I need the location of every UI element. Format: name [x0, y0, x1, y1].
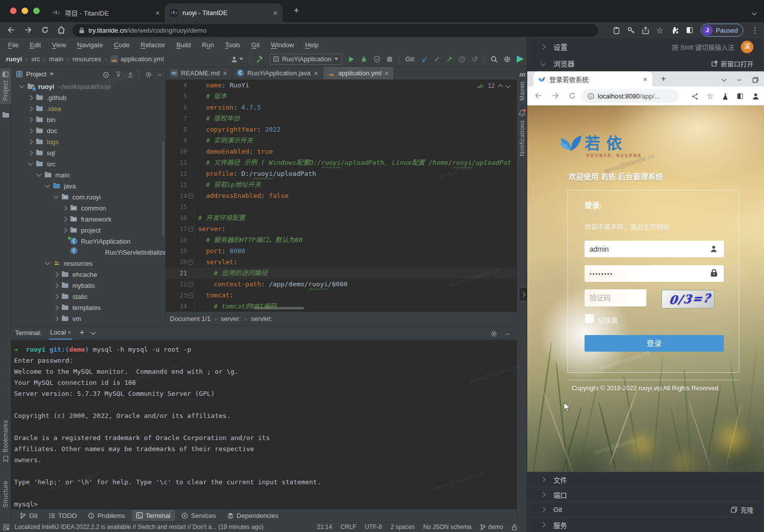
fold-marker[interactable]: − [188, 293, 193, 298]
code-line-24[interactable]: 24 # tomcat的URI编码 [166, 301, 517, 311]
tree-item-vm[interactable]: vm [11, 313, 166, 324]
titan-run-icon[interactable] [517, 56, 524, 63]
menu-window[interactable]: Window [265, 40, 300, 50]
debug-bug-icon[interactable] [360, 56, 367, 63]
maven-strip-label[interactable]: Maven [519, 81, 526, 101]
tree-expand-icon[interactable] [59, 218, 70, 221]
status-21-14[interactable]: 21:14 [317, 523, 332, 530]
tree-expand-icon[interactable] [25, 118, 36, 122]
toolwindow-dependencies[interactable]: Dependencies [223, 510, 283, 521]
close-tab-icon[interactable] [643, 75, 647, 83]
reload-icon[interactable] [41, 26, 49, 34]
emb-sidebar-icon[interactable] [737, 93, 743, 99]
code-line-12[interactable]: 12 profile: D:/ruoyi/uploadPath [166, 168, 517, 179]
tree-item-src[interactable]: src [11, 158, 166, 169]
toolwindow-problems[interactable]: Problems [83, 510, 130, 521]
code-line-13[interactable]: 13 # 获取ip地址开关 [166, 179, 517, 190]
panel-expander[interactable] [519, 287, 527, 301]
unlock-icon[interactable] [512, 524, 518, 530]
browser-tab-1[interactable]: ‹t›项目 - TitanIDE [47, 4, 165, 22]
tree-expand-icon[interactable] [25, 107, 36, 111]
breadcrumb-item-main[interactable]: main [49, 55, 63, 63]
project-panel-title[interactable]: Project [26, 70, 46, 78]
collapse-all-icon[interactable] [127, 71, 134, 78]
menu-navigate[interactable]: Navigate [71, 40, 108, 50]
menu-edit[interactable]: Edit [24, 40, 46, 50]
code-line-15[interactable]: 15 [166, 201, 517, 212]
code-line-5[interactable]: 5 # 版本 [166, 91, 517, 102]
settings-gear-icon[interactable] [504, 56, 511, 63]
tool-strip-project[interactable]: Project [0, 68, 11, 104]
tree-expand-icon[interactable] [50, 273, 61, 276]
locate-file-icon[interactable] [103, 71, 110, 78]
status-git-branch[interactable]: demo [480, 523, 503, 530]
tree-expand-icon[interactable] [50, 295, 61, 298]
emb-share-icon[interactable] [692, 93, 698, 100]
toolwindow-terminal[interactable]: Terminal [132, 510, 175, 521]
back-icon[interactable] [7, 26, 15, 34]
tree-expand-icon[interactable] [25, 129, 36, 133]
emb-flask-icon[interactable] [722, 93, 728, 100]
terminal-tab-local[interactable]: Local [49, 326, 73, 340]
maximize-window-button[interactable] [33, 8, 40, 14]
search-everywhere-icon[interactable] [491, 56, 498, 63]
emb-url-bar[interactable]: localhost:8080/app/... [582, 89, 679, 103]
clone-button[interactable]: 克隆 [731, 505, 753, 514]
git-update-icon[interactable]: ↙ [422, 55, 428, 63]
tree-item-main[interactable]: main [11, 169, 166, 180]
browser-tab-2[interactable]: ‹t›ruoyi - TitanIDE [165, 4, 282, 22]
tree-item-mybatis[interactable]: mybatis [11, 280, 166, 291]
panel-row-服务[interactable]: 服务 [527, 517, 764, 532]
open-new-window-button[interactable]: 新窗口打开 [711, 59, 753, 68]
code-line-8[interactable]: 8 copyrightYear: 2022 [166, 124, 517, 135]
menu-tools[interactable]: Tools [220, 40, 246, 50]
close-editor-tab-icon[interactable] [223, 69, 227, 77]
tree-item-templates[interactable]: templates [11, 302, 166, 313]
menu-run[interactable]: Run [197, 40, 220, 50]
panel-settings-gear-icon[interactable] [145, 71, 152, 78]
toolwindow-git[interactable]: Git [15, 510, 42, 521]
demo-badge[interactable]: 演 [741, 41, 753, 53]
panel-row-端口[interactable]: 端口 [527, 487, 764, 502]
breadcrumb-item-ruoyi[interactable]: ruoyi [6, 55, 22, 63]
code-line-14[interactable]: 14− addressEnabled: false [166, 190, 517, 201]
code-line-19[interactable]: 19 port: 8080 [166, 246, 517, 257]
home-icon[interactable] [57, 26, 65, 34]
editor-tab-README.md[interactable]: README.md [166, 67, 232, 79]
tree-item-java[interactable]: java [11, 180, 166, 191]
close-window-button[interactable] [10, 8, 17, 14]
status-message[interactable]: Localized IntelliJ IDEA 2022.2.2 is avai… [15, 523, 263, 530]
tree-collapse-icon[interactable] [50, 196, 61, 198]
panel-row-文件[interactable]: 文件 [527, 472, 764, 487]
git-push-icon[interactable]: ↗ [446, 55, 453, 63]
tree-collapse-icon[interactable] [42, 185, 53, 187]
rollback-icon[interactable]: ↺ [471, 55, 478, 63]
menu-code[interactable]: Code [109, 40, 135, 50]
profile-paused-pill[interactable]: J Paused [701, 24, 743, 37]
tree-expand-icon[interactable] [25, 151, 36, 155]
tree-item-RuoYiServletInitializer[interactable]: RuoYiServletInitializer [11, 247, 166, 258]
menu-file[interactable]: File [3, 40, 24, 50]
tree-item-common[interactable]: common [11, 202, 166, 214]
fold-marker[interactable]: − [188, 193, 193, 198]
editor-tab-application.yml[interactable]: application.yml [323, 67, 394, 79]
status-2-spaces[interactable]: 2 spaces [391, 523, 415, 530]
tree-expand-icon[interactable] [50, 306, 61, 309]
panel-row-Git[interactable]: Git克隆 [527, 502, 764, 517]
extensions-puzzle-icon[interactable] [671, 27, 679, 34]
tree-item-doc[interactable]: doc [11, 125, 166, 136]
doc-breadcrumb-1[interactable]: server: [221, 315, 241, 323]
code-line-23[interactable]: 23− tomcat: [166, 290, 517, 301]
tree-item-project[interactable]: project [11, 225, 166, 236]
close-editor-tab-icon[interactable] [314, 69, 318, 77]
tree-collapse-icon[interactable] [42, 262, 53, 264]
emb-profile-icon[interactable] [752, 92, 759, 100]
tree-expand-icon[interactable] [59, 206, 70, 210]
tree-item-resources[interactable]: resources [11, 258, 166, 269]
minimize-panel-icon[interactable]: − [505, 330, 510, 338]
tree-scrollbar[interactable] [162, 141, 164, 237]
close-tab-icon[interactable] [155, 9, 160, 17]
breadcrumb-item-resources[interactable]: resources [72, 55, 101, 63]
tool-switcher-grid-icon[interactable] [3, 524, 10, 530]
tree-item-static[interactable]: static [11, 291, 166, 302]
